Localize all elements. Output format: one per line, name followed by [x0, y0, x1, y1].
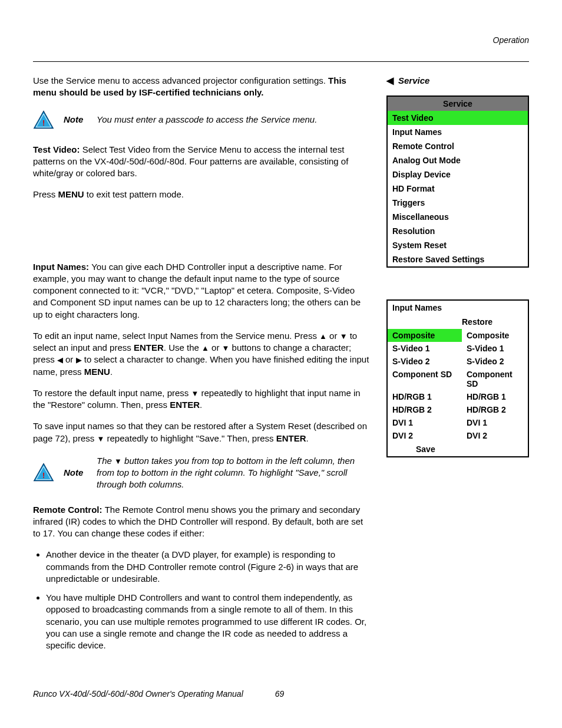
- left-arrow-icon: ◀: [386, 75, 394, 86]
- bullet-item: You have multiple DHD Controllers and wa…: [46, 592, 370, 651]
- service-menu-item[interactable]: Miscellaneous: [388, 210, 528, 224]
- note-label: Note: [64, 467, 87, 479]
- input-names-row[interactable]: DVI 2DVI 2: [388, 429, 528, 442]
- input-row-left: HD/RGB 1: [388, 390, 462, 403]
- input-row-right: Composite: [462, 329, 528, 342]
- intro-paragraph: Use the Service menu to access advanced …: [33, 75, 370, 99]
- input-row-right: DVI 1: [462, 416, 528, 429]
- note-label: Note: [64, 114, 87, 126]
- right-arrow-icon: ▶: [76, 355, 82, 365]
- input-names-p3: To restore the default input name, press…: [33, 387, 370, 411]
- enter-label: ENTER: [276, 433, 306, 443]
- test-video-exit: Press MENU to exit test pattern mode.: [33, 189, 370, 200]
- enter-label: ENTER: [170, 400, 200, 410]
- sidebar-column: ◀ Service Service Test Video Input Names…: [386, 75, 529, 658]
- page: Operation Use the Service menu to access…: [0, 0, 562, 728]
- input-row-left: S-Video 1: [388, 342, 462, 355]
- input-names-heading: Input Names:: [33, 262, 91, 272]
- service-section-label: ◀ Service: [386, 75, 529, 86]
- remote-control-heading: Remote Control:: [33, 505, 105, 515]
- service-menu-item[interactable]: Input Names: [388, 125, 528, 139]
- in-p3a: To restore the default input name, press: [33, 388, 191, 398]
- menu-label: MENU: [84, 367, 110, 377]
- restore-label: Restore: [462, 317, 523, 327]
- note-block-1: ! Note You must enter a passcode to acce…: [33, 110, 370, 131]
- left-arrow-icon: ◀: [57, 355, 63, 365]
- input-row-right: S-Video 2: [462, 355, 528, 368]
- down-arrow-icon: ▼: [222, 343, 230, 354]
- in-p2h: to select a character to change. When yo…: [33, 354, 369, 376]
- down-arrow-icon: ▼: [191, 388, 199, 399]
- remote-control-p1: Remote Control: The Remote Control menu …: [33, 504, 370, 540]
- warning-icon: !: [33, 110, 54, 131]
- bullet-item: Another device in the theater (a DVD pla…: [46, 549, 370, 585]
- in-p2d: . Use the: [164, 342, 201, 353]
- input-row-left: S-Video 2: [388, 355, 462, 368]
- service-menu-item[interactable]: System Reset: [388, 238, 528, 252]
- input-row-left: Component SD: [388, 368, 462, 390]
- page-number: 69: [275, 689, 285, 699]
- input-names-p2: To edit an input name, select Input Name…: [33, 330, 370, 378]
- note2a: The: [97, 456, 114, 466]
- input-names-menu: Input Names Restore CompositeComposite S…: [386, 299, 529, 457]
- input-row-left: DVI 2: [388, 429, 462, 442]
- input-names-save[interactable]: Save: [388, 442, 528, 456]
- note-text-2: The ▼ button takes you from top to botto…: [97, 455, 370, 491]
- input-row-left: Composite: [388, 329, 462, 342]
- note2b: button takes you from top to bottom in t…: [97, 456, 355, 490]
- service-label-text: Service: [398, 75, 429, 85]
- input-names-row[interactable]: HD/RGB 1HD/RGB 1: [388, 390, 528, 403]
- service-menu-title: Service: [388, 97, 528, 111]
- footer-title: Runco VX-40d/-50d/-60d/-80d Owner's Oper…: [33, 689, 243, 699]
- input-names-row[interactable]: CompositeComposite: [388, 329, 528, 342]
- down-arrow-icon: ▼: [340, 331, 348, 342]
- footer: Runco VX-40d/-50d/-60d/-80d Owner's Oper…: [33, 689, 529, 699]
- svg-text:!: !: [42, 472, 45, 480]
- service-menu-item[interactable]: Resolution: [388, 224, 528, 238]
- input-row-right: HD/RGB 1: [462, 390, 528, 403]
- service-menu-item[interactable]: Restore Saved Settings: [388, 252, 528, 266]
- input-row-left: HD/RGB 2: [388, 403, 462, 416]
- service-menu-item[interactable]: Test Video: [388, 111, 528, 125]
- in-p2a: To edit an input name, select Input Name…: [33, 331, 319, 341]
- up-arrow-icon: ▲: [201, 343, 209, 354]
- note-text: You must enter a passcode to access the …: [97, 114, 370, 126]
- input-names-title: Input Names: [388, 301, 528, 315]
- service-menu-item[interactable]: Triggers: [388, 196, 528, 210]
- spacer: [33, 210, 370, 261]
- warning-icon: !: [33, 462, 54, 483]
- input-names-p4: To save input names so that they can be …: [33, 420, 370, 444]
- test-video-paragraph: Test Video: Select Test Video from the S…: [33, 144, 370, 180]
- input-names-row[interactable]: Component SDComponent SD: [388, 368, 528, 390]
- down-arrow-icon: ▼: [114, 456, 122, 467]
- intro-text: Use the Service menu to access advanced …: [33, 75, 328, 85]
- service-menu-item[interactable]: Analog Out Mode: [388, 153, 528, 167]
- in-p2e: or: [209, 342, 222, 353]
- test-video-heading: Test Video:: [33, 144, 82, 154]
- tv-p2c: to exit test pattern mode.: [84, 189, 184, 199]
- in-p2b: or: [327, 331, 340, 341]
- input-names-subhead: Restore: [388, 315, 528, 329]
- input-row-right: DVI 2: [462, 429, 528, 442]
- remote-control-bullets: Another device in the theater (a DVD pla…: [33, 549, 370, 651]
- input-row-right: Component SD: [462, 368, 528, 390]
- service-menu-item[interactable]: Remote Control: [388, 139, 528, 153]
- tv-menu: MENU: [58, 189, 84, 199]
- input-row-right: HD/RGB 2: [462, 403, 528, 416]
- service-menu-item[interactable]: HD Format: [388, 182, 528, 196]
- input-names-row[interactable]: S-Video 1S-Video 1: [388, 342, 528, 355]
- in-p2g: or: [63, 354, 76, 364]
- in-p4b: repeatedly to highlight "Save." Then, pr…: [104, 433, 276, 443]
- service-menu: Service Test Video Input Names Remote Co…: [386, 95, 529, 268]
- content-column: Use the Service menu to access advanced …: [33, 75, 370, 658]
- input-names-row[interactable]: S-Video 2S-Video 2: [388, 355, 528, 368]
- up-arrow-icon: ▲: [319, 331, 327, 342]
- input-names-row[interactable]: DVI 1DVI 1: [388, 416, 528, 429]
- input-names-row[interactable]: HD/RGB 2HD/RGB 2: [388, 403, 528, 416]
- down-arrow-icon: ▼: [97, 434, 104, 444]
- input-row-right: S-Video 1: [462, 342, 528, 355]
- main-columns: Use the Service menu to access advanced …: [33, 75, 529, 658]
- header-section: Operation: [493, 35, 529, 45]
- service-menu-item[interactable]: Display Device: [388, 167, 528, 182]
- svg-text:!: !: [42, 119, 45, 127]
